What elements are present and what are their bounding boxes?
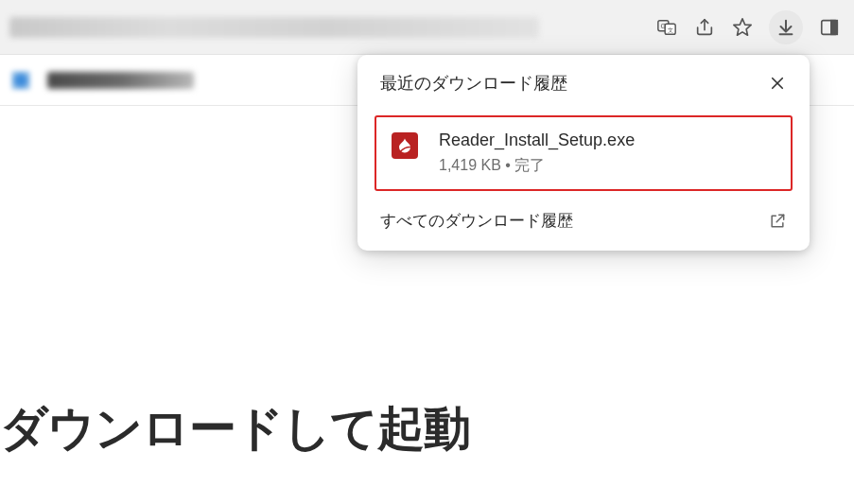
tab-text-blurred bbox=[47, 72, 194, 89]
download-file-name: Reader_Install_Setup.exe bbox=[439, 130, 774, 150]
bookmark-star-icon[interactable] bbox=[731, 16, 754, 39]
download-file-info: Reader_Install_Setup.exe 1,419 KB • 完了 bbox=[439, 130, 774, 176]
close-icon[interactable] bbox=[768, 74, 787, 93]
download-item[interactable]: Reader_Install_Setup.exe 1,419 KB • 完了 bbox=[375, 115, 793, 191]
svg-text:G: G bbox=[661, 22, 667, 30]
downloads-popup-header: 最近のダウンロード履歴 bbox=[357, 55, 810, 108]
downloads-popup-footer[interactable]: すべてのダウンロード履歴 bbox=[357, 202, 810, 247]
favicon-blurred bbox=[11, 71, 30, 90]
downloads-popup-title: 最近のダウンロード履歴 bbox=[380, 72, 567, 95]
downloads-popup: 最近のダウンロード履歴 Reader_Install_Setup.exe 1,4… bbox=[357, 55, 810, 251]
browser-toolbar-icons: G 文 bbox=[655, 0, 854, 55]
download-arrow-icon bbox=[775, 16, 797, 39]
pdf-file-icon bbox=[392, 132, 418, 159]
svg-rect-7 bbox=[831, 21, 837, 35]
share-icon[interactable] bbox=[693, 16, 716, 39]
download-file-meta: 1,419 KB • 完了 bbox=[439, 156, 774, 176]
translate-icon[interactable]: G 文 bbox=[655, 16, 678, 39]
all-downloads-link[interactable]: すべてのダウンロード履歴 bbox=[380, 210, 573, 232]
url-blurred bbox=[9, 17, 539, 38]
svg-text:文: 文 bbox=[668, 26, 673, 33]
svg-marker-4 bbox=[734, 19, 751, 35]
open-external-icon[interactable] bbox=[768, 212, 787, 231]
side-panel-icon[interactable] bbox=[818, 16, 841, 39]
page-headline: ダウンロードして起動 bbox=[0, 397, 470, 461]
browser-address-bar: G 文 bbox=[0, 0, 854, 55]
downloads-button[interactable] bbox=[769, 10, 803, 44]
